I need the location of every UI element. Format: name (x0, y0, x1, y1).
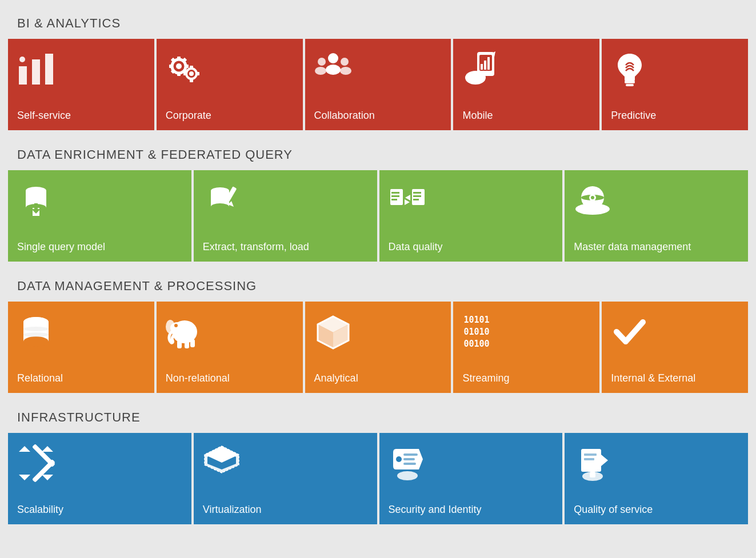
tile-mobile[interactable]: Mobile (453, 39, 599, 130)
svg-rect-89 (403, 453, 418, 456)
svg-point-64 (23, 317, 49, 327)
bucket-write-icon (202, 180, 242, 220)
svg-marker-79 (42, 475, 53, 480)
svg-rect-55 (413, 199, 419, 200)
tile-mobile-label: Mobile (462, 110, 493, 122)
svg-point-43 (211, 203, 229, 210)
arrows-icon (16, 443, 56, 483)
svg-rect-33 (625, 81, 635, 83)
tile-relational-label: Relational (17, 372, 63, 385)
svg-point-70 (174, 324, 178, 327)
svg-rect-29 (484, 61, 486, 70)
tiles-enrichment: Single query model Extract, transform, l… (6, 170, 750, 264)
tile-corporate-label: Corporate (166, 110, 211, 122)
svg-point-32 (465, 71, 486, 85)
svg-marker-81 (19, 475, 30, 480)
server-stack-icon (202, 443, 242, 483)
svg-rect-17 (190, 79, 193, 82)
tile-security-identity[interactable]: Security and Identity (379, 433, 563, 524)
section-header-infrastructure: INFRASTRUCTURE (6, 400, 750, 433)
svg-rect-1 (32, 59, 40, 85)
group-icon (313, 49, 353, 89)
transfer-icon (387, 180, 427, 220)
svg-rect-71 (177, 340, 182, 348)
svg-point-69 (166, 320, 175, 334)
svg-rect-9 (185, 65, 189, 68)
svg-rect-30 (487, 57, 490, 70)
tiles-management: Relational Non-relational (6, 302, 750, 395)
svg-point-3 (19, 57, 25, 62)
svg-rect-94 (584, 453, 597, 456)
svg-point-88 (396, 456, 402, 462)
svg-rect-91 (403, 463, 416, 465)
svg-marker-78 (19, 446, 30, 452)
section-header-management: DATA MANAGEMENT & PROCESSING (6, 268, 750, 302)
svg-rect-48 (391, 195, 399, 197)
bulb-icon (610, 49, 650, 89)
svg-rect-40 (34, 203, 38, 210)
tile-single-query-label: Single query model (17, 241, 105, 254)
elephant-icon (165, 312, 205, 352)
tile-non-relational[interactable]: Non-relational (157, 302, 303, 393)
tile-quality-of-service[interactable]: Quality of service (565, 433, 748, 524)
section-data-management: DATA MANAGEMENT & PROCESSING Relational (6, 268, 750, 395)
svg-rect-90 (403, 458, 415, 460)
tiles-bi: Self-service (6, 39, 750, 133)
cube-icon (313, 312, 353, 352)
svg-point-25 (340, 67, 351, 75)
svg-point-5 (176, 63, 182, 69)
tile-internal-external[interactable]: Internal & External (602, 302, 748, 393)
tile-corporate[interactable]: Corporate (157, 39, 303, 130)
svg-rect-98 (590, 472, 595, 477)
svg-rect-16 (190, 66, 193, 69)
svg-rect-34 (626, 84, 634, 86)
settings-icon (165, 49, 205, 89)
tile-analytical[interactable]: Analytical (305, 302, 451, 393)
svg-point-15 (189, 71, 194, 76)
svg-rect-7 (177, 72, 181, 76)
section-infrastructure: INFRASTRUCTURE Scalability (6, 400, 750, 527)
tile-scalability[interactable]: Scalability (8, 433, 191, 524)
svg-rect-2 (45, 54, 53, 85)
tile-data-quality-label: Data quality (389, 241, 443, 254)
tile-scalability-label: Scalability (17, 504, 63, 516)
svg-rect-49 (391, 199, 397, 200)
section-header-bi: BI & ANALYTICS (6, 6, 750, 39)
tile-self-service-label: Self-service (17, 110, 71, 122)
tile-streaming[interactable]: 101010101000100 Streaming (453, 302, 599, 393)
tile-etl[interactable]: Extract, transform, load (194, 170, 377, 262)
tile-self-service[interactable]: Self-service (8, 39, 154, 130)
arrow-hand-icon (573, 443, 613, 483)
tile-streaming-label: Streaming (462, 372, 509, 385)
tile-single-query[interactable]: Single query model (8, 170, 191, 262)
section-header-enrichment: DATA ENRICHMENT & FEDERATED QUERY (6, 137, 750, 170)
svg-point-24 (341, 58, 349, 66)
svg-rect-47 (391, 192, 399, 194)
bar-chart-icon (16, 49, 56, 89)
hat-icon (573, 180, 613, 220)
section-bi-analytics: BI & ANALYTICS Self-service (6, 6, 750, 133)
tile-master-data[interactable]: Master data management (565, 170, 748, 262)
tile-relational[interactable]: Relational (8, 302, 154, 393)
svg-point-92 (397, 471, 418, 480)
check-icon (610, 312, 650, 352)
svg-rect-73 (190, 339, 195, 347)
svg-rect-83 (32, 459, 55, 483)
tile-collaboration[interactable]: Collaboration (305, 39, 451, 130)
tile-predictive-label: Predictive (611, 110, 656, 122)
tile-analytical-label: Analytical (314, 372, 358, 385)
cylinder-icon (16, 312, 56, 352)
tile-virtualization[interactable]: Virtualization (194, 433, 377, 524)
svg-marker-82 (42, 446, 53, 452)
svg-point-66 (23, 332, 49, 337)
tile-predictive[interactable]: Predictive (602, 39, 748, 130)
tile-quality-of-service-label: Quality of service (574, 504, 653, 516)
svg-rect-53 (413, 192, 421, 194)
tile-master-data-label: Master data management (574, 241, 691, 254)
svg-rect-8 (169, 65, 173, 68)
section-data-enrichment: DATA ENRICHMENT & FEDERATED QUERY Single… (6, 137, 750, 264)
tile-data-quality[interactable]: Data quality (379, 170, 563, 262)
tile-non-relational-label: Non-relational (166, 372, 230, 385)
svg-rect-28 (481, 64, 483, 70)
tag-shield-icon (387, 443, 427, 483)
